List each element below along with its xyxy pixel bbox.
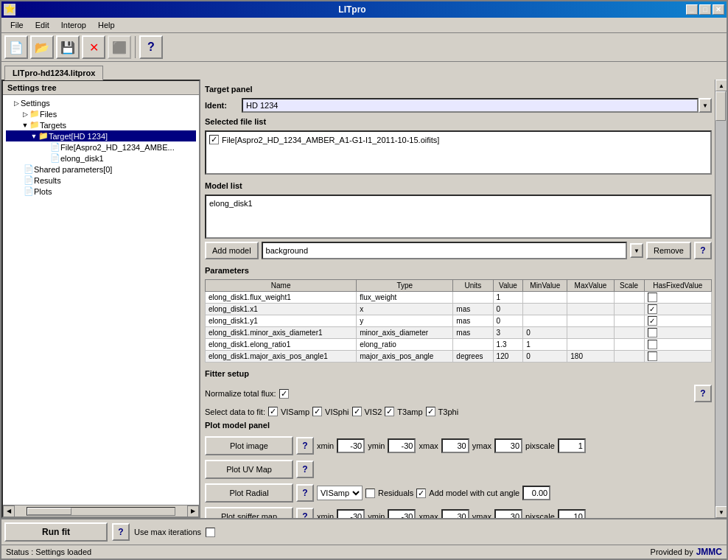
plot-image-button[interactable]: Plot image bbox=[205, 436, 293, 455]
ymin-input-2[interactable] bbox=[388, 509, 416, 518]
row3-max bbox=[567, 327, 614, 339]
scroll-up[interactable]: ▲ bbox=[715, 80, 727, 91]
col-maxvalue: MaxValue bbox=[567, 280, 614, 292]
add-model-checkbox[interactable]: ✓ bbox=[416, 489, 426, 498]
use-max-label: Use max iterations bbox=[134, 528, 201, 536]
new-button[interactable]: 📄 bbox=[4, 35, 28, 59]
fitter-help[interactable]: ? bbox=[694, 385, 712, 402]
fixed-checkbox-2[interactable]: ✓ bbox=[648, 316, 657, 326]
menu-edit[interactable]: Edit bbox=[29, 19, 55, 31]
plot-uv-help[interactable]: ? bbox=[296, 461, 314, 478]
fixed-checkbox-3[interactable] bbox=[648, 328, 657, 337]
normalize-checkbox[interactable]: ✓ bbox=[279, 389, 289, 399]
model-dropdown[interactable]: ▼ bbox=[630, 243, 643, 258]
close-button[interactable]: ✕ bbox=[713, 4, 724, 15]
row3-min: 0 bbox=[523, 327, 567, 339]
plot-uv-button[interactable]: Plot UV Map bbox=[205, 460, 293, 479]
row4-name: elong_disk1.elong_ratio1 bbox=[206, 339, 357, 351]
t3amp-checkbox[interactable]: ✓ bbox=[385, 407, 394, 416]
ymin-input-1[interactable] bbox=[388, 438, 416, 453]
ymax-input-2[interactable] bbox=[494, 509, 522, 518]
row0-type: flux_weight bbox=[357, 292, 453, 304]
use-max-checkbox[interactable] bbox=[206, 528, 215, 537]
row1-value: 0 bbox=[493, 304, 523, 315]
status-text: Status : Settings loaded bbox=[6, 547, 91, 556]
file-label-0: File[Aspro2_HD_1234_AMBER_A1-G1-I1_2011-… bbox=[222, 136, 439, 144]
row5-value: 120 bbox=[493, 351, 523, 363]
tab-litpro[interactable]: LITpro-hd1234.litprox bbox=[4, 66, 103, 80]
vis2-checkbox[interactable]: ✓ bbox=[352, 407, 362, 416]
tree-item-results[interactable]: 📄 Results bbox=[6, 175, 196, 186]
help-button[interactable]: ? bbox=[139, 35, 163, 59]
tree-item-targets[interactable]: ▼ 📁 Targets bbox=[6, 119, 196, 130]
row0-fixed bbox=[644, 292, 711, 304]
files-label: Files bbox=[40, 110, 57, 119]
ident-input[interactable] bbox=[242, 98, 699, 113]
row5-min: 0 bbox=[523, 351, 567, 363]
t3phi-checkbox[interactable]: ✓ bbox=[426, 407, 435, 416]
file-label: File[Aspro2_HD_1234_AMBE... bbox=[60, 143, 175, 152]
row0-name: elong_disk1.flux_weight1 bbox=[206, 292, 357, 304]
horizontal-scrollbar[interactable]: ◀ ▶ bbox=[3, 505, 199, 517]
tree-item-settings[interactable]: ▷ Settings bbox=[6, 98, 196, 108]
add-model-button[interactable]: Add model bbox=[205, 242, 259, 259]
residuals-checkbox[interactable] bbox=[365, 489, 375, 498]
tree-item-files[interactable]: ▷ 📁 Files bbox=[6, 108, 196, 119]
tree-item-elong[interactable]: 📄 elong_disk1 bbox=[6, 153, 196, 164]
open-button[interactable]: 📂 bbox=[30, 35, 54, 59]
stop-button[interactable]: ✕ bbox=[82, 35, 105, 59]
background-field[interactable] bbox=[262, 242, 627, 259]
visamp-checkbox[interactable]: ✓ bbox=[268, 407, 278, 416]
plot-image-help[interactable]: ? bbox=[296, 437, 314, 455]
minimize-button[interactable]: _ bbox=[686, 4, 698, 15]
visphi-checkbox[interactable]: ✓ bbox=[312, 407, 322, 416]
plot-sniffer-help[interactable]: ? bbox=[296, 508, 314, 518]
cut-angle-input[interactable] bbox=[522, 486, 550, 500]
plot-radial-row: Plot Radial ? VISamp VIS2 T3amp Residual… bbox=[205, 481, 712, 505]
normalize-row: Normalize total flux: ✓ ? bbox=[205, 382, 712, 405]
scroll-left[interactable]: ◀ bbox=[3, 505, 15, 517]
ymax-input-1[interactable] bbox=[494, 438, 522, 453]
maximize-button[interactable]: □ bbox=[699, 4, 711, 15]
fixed-checkbox-0[interactable] bbox=[648, 293, 657, 302]
plot-sniffer-button[interactable]: Plot sniffer map bbox=[205, 507, 293, 518]
menu-file[interactable]: File bbox=[4, 19, 29, 31]
tree-item-file[interactable]: 📄 File[Aspro2_HD_1234_AMBE... bbox=[6, 141, 196, 153]
file-checkbox-0[interactable]: ✓ bbox=[209, 135, 219, 144]
save-button[interactable]: 💾 bbox=[56, 35, 80, 59]
target-icon: 📁 bbox=[38, 131, 49, 141]
plots-label: Plots bbox=[34, 187, 52, 196]
pause-button: ⬛ bbox=[108, 35, 131, 59]
targets-icon: 📁 bbox=[29, 120, 40, 130]
menu-help[interactable]: Help bbox=[92, 19, 121, 31]
run-fit-button[interactable]: Run fit bbox=[4, 522, 108, 542]
vscroll-thumb[interactable] bbox=[715, 91, 726, 121]
run-fit-help[interactable]: ? bbox=[112, 523, 130, 541]
col-type: Type bbox=[357, 280, 453, 292]
fixed-checkbox-4[interactable] bbox=[648, 340, 657, 349]
scroll-right[interactable]: ▶ bbox=[187, 505, 199, 517]
plot-radial-button[interactable]: Plot Radial bbox=[205, 483, 293, 503]
plot-radial-help[interactable]: ? bbox=[296, 484, 314, 502]
tree-item-shared[interactable]: 📄 Shared parameters[0] bbox=[6, 164, 196, 175]
xmin-input-1[interactable] bbox=[337, 438, 365, 453]
ident-dropdown[interactable]: ▼ bbox=[699, 98, 712, 113]
scroll-down[interactable]: ▼ bbox=[715, 506, 727, 518]
add-model-help[interactable]: ? bbox=[694, 242, 712, 259]
menu-interop[interactable]: Interop bbox=[55, 19, 92, 31]
fixed-checkbox-5[interactable] bbox=[648, 351, 657, 361]
xmin-input-2[interactable] bbox=[337, 509, 365, 518]
visamp-select[interactable]: VISamp VIS2 T3amp bbox=[317, 486, 363, 500]
fixed-checkbox-1[interactable]: ✓ bbox=[648, 304, 657, 314]
xmax-input-1[interactable] bbox=[441, 438, 469, 453]
row1-type: x bbox=[357, 304, 453, 315]
col-units: Units bbox=[453, 280, 493, 292]
scroll-thumb[interactable] bbox=[27, 508, 71, 515]
pixscale-input-2[interactable] bbox=[558, 509, 586, 518]
remove-button[interactable]: Remove bbox=[646, 242, 691, 259]
pixscale-input-1[interactable] bbox=[558, 438, 586, 453]
row5-units: degrees bbox=[453, 351, 493, 363]
tree-item-plots[interactable]: 📄 Plots bbox=[6, 186, 196, 197]
tree-item-target-hd1234[interactable]: ▼ 📁 Target[HD 1234] bbox=[6, 130, 196, 141]
xmax-input-2[interactable] bbox=[441, 509, 469, 518]
